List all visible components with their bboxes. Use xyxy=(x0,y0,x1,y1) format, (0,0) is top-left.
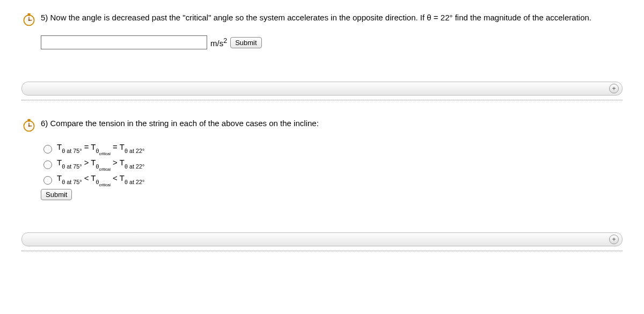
svg-point-5 xyxy=(28,19,30,21)
option-1[interactable]: Tθ at 75° = Tθcritical = Tθ at 22° xyxy=(41,142,623,155)
expand-bar-q5[interactable]: + xyxy=(21,82,623,96)
question-5-header: 5) Now the angle is decreased past the "… xyxy=(21,11,623,27)
svg-rect-1 xyxy=(27,13,30,16)
option-2[interactable]: Tθ at 75° > Tθcritical > Tθ at 22° xyxy=(41,158,623,170)
option-3-label: Tθ at 75° < Tθcritical < Tθ at 22° xyxy=(57,173,144,186)
separator xyxy=(21,251,623,251)
question-6-header: 6) Compare the tension in the string in … xyxy=(21,116,623,133)
submit-button-q5[interactable]: Submit xyxy=(230,37,261,48)
question-6-options: Tθ at 75° = Tθcritical = Tθ at 22° Tθ at… xyxy=(41,142,623,186)
acceleration-input[interactable] xyxy=(41,35,207,49)
expand-bar-q6[interactable]: + xyxy=(21,232,623,246)
question-5-prompt: 5) Now the angle is decreased past the "… xyxy=(41,11,591,23)
radio-option-3[interactable] xyxy=(43,176,52,185)
question-5: 5) Now the angle is decreased past the "… xyxy=(21,11,623,49)
svg-point-11 xyxy=(28,125,30,127)
radio-option-1[interactable] xyxy=(43,145,52,154)
question-5-answer-row: m/s2 Submit xyxy=(41,35,623,49)
option-3[interactable]: Tθ at 75° < Tθcritical < Tθ at 22° xyxy=(41,173,623,186)
unit-label: m/s2 xyxy=(210,37,227,48)
separator xyxy=(21,100,623,100)
radio-option-2[interactable] xyxy=(43,160,52,169)
stopwatch-icon xyxy=(21,12,36,27)
plus-icon: + xyxy=(609,84,619,93)
svg-rect-7 xyxy=(27,119,30,121)
plus-icon: + xyxy=(609,235,619,244)
stopwatch-icon xyxy=(21,118,36,133)
question-6-prompt: 6) Compare the tension in the string in … xyxy=(41,116,319,129)
question-6: 6) Compare the tension in the string in … xyxy=(21,116,623,200)
option-2-label: Tθ at 75° > Tθcritical > Tθ at 22° xyxy=(57,158,144,170)
option-1-label: Tθ at 75° = Tθcritical = Tθ at 22° xyxy=(57,142,144,155)
submit-button-q6[interactable]: Submit xyxy=(41,189,72,200)
